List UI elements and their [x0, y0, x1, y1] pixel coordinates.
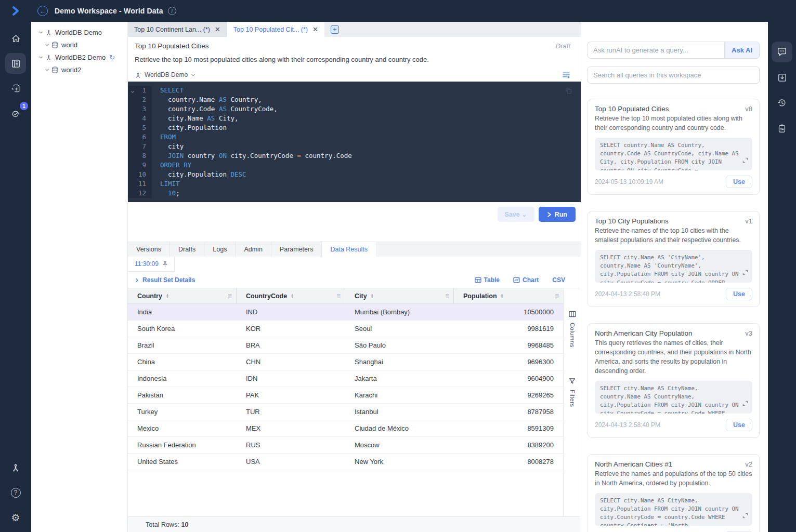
column-menu-icon[interactable]: ≡ — [336, 292, 341, 300]
view-chart-button[interactable]: Chart — [513, 276, 539, 284]
run-button[interactable]: Run — [539, 207, 576, 222]
table-row[interactable]: MexicoMEXCiudad de México8591309 — [128, 420, 563, 437]
tree-item-world[interactable]: world — [31, 38, 127, 51]
table-cell: 9604900 — [454, 370, 563, 387]
format-query-icon[interactable] — [563, 72, 570, 78]
table-row[interactable]: IndonesiaIDNJakarta9604900 — [128, 370, 563, 387]
help-icon[interactable]: ? — [5, 482, 26, 503]
use-query-button[interactable]: Use — [726, 176, 752, 188]
query-card[interactable]: North American City Population v3 This q… — [588, 323, 760, 438]
tree-item-worlddb-demo[interactable]: WorldDB Demo — [31, 26, 127, 38]
queries-icon[interactable] — [5, 53, 26, 74]
sync-icon[interactable]: ↻ — [109, 54, 115, 61]
tree-item-worlddb2-demo[interactable]: WorldDB2 Demo ↻ — [31, 51, 127, 63]
expand-icon[interactable] — [742, 401, 748, 409]
column-header-population[interactable]: Population ▲▼ ≡ — [454, 288, 563, 303]
editor-code[interactable]: SELECT country.Name AS Country, country.… — [152, 86, 581, 198]
connection-selector[interactable]: WorldDB Demo — [135, 71, 195, 78]
ask-ai-button[interactable]: Ask AI — [724, 42, 760, 59]
download-csv-button[interactable]: CSV — [552, 276, 565, 284]
close-icon[interactable]: ✕ — [312, 25, 318, 33]
fold-chevron-icon[interactable] — [131, 87, 135, 97]
column-menu-icon[interactable]: ≡ — [445, 292, 449, 300]
connections-icon[interactable] — [5, 457, 26, 478]
table-cell: 10500000 — [454, 304, 563, 320]
pin-icon[interactable] — [162, 261, 168, 268]
query-card[interactable]: North American Cities #1 v2 Retrieve the… — [588, 454, 760, 532]
sort-icon[interactable]: ▲▼ — [371, 294, 374, 299]
result-tab-logs[interactable]: Logs — [204, 242, 236, 257]
use-query-button[interactable]: Use — [726, 288, 752, 300]
result-tab-admin[interactable]: Admin — [236, 242, 271, 257]
total-rows-label: Total Rows: — [146, 521, 179, 528]
table-row[interactable]: IndiaINDMumbai (Bombay)10500000 — [128, 304, 563, 321]
chevron-down-icon[interactable] — [45, 68, 49, 72]
query-card-list: Top 10 Populated Cities v8 Retrieve the … — [588, 99, 760, 532]
view-table-button[interactable]: Table — [475, 276, 500, 284]
sort-icon[interactable]: ▲▼ — [291, 294, 294, 299]
editor-tab[interactable]: Top 10 Populated Cit... (*) ✕ — [227, 22, 324, 37]
table-row[interactable]: South KoreaKORSeoul9981619 — [128, 321, 563, 337]
sql-editor[interactable]: 123456789101112 SELECT country.Name AS C… — [128, 82, 581, 202]
query-card[interactable]: Top 10 City Populations v1 Retrieve the … — [588, 211, 760, 307]
column-menu-icon[interactable]: ≡ — [555, 292, 559, 300]
sort-icon[interactable]: ▲▼ — [501, 294, 504, 299]
tree-item-world2[interactable]: world2 — [31, 63, 127, 76]
expand-icon[interactable] — [742, 270, 748, 278]
clipboard-icon[interactable] — [772, 118, 792, 139]
query-card[interactable]: Top 10 Populated Cities v8 Retrieve the … — [588, 99, 760, 195]
import-icon[interactable] — [772, 67, 792, 88]
chevron-down-icon[interactable] — [38, 30, 43, 35]
table-row[interactable]: PakistanPAKKarachi9269265 — [128, 387, 563, 404]
result-tab-data-results[interactable]: Data Results — [322, 242, 376, 257]
result-set-details-toggle[interactable]: Result Set Details — [135, 276, 195, 284]
settings-icon[interactable]: ⚙ — [5, 507, 26, 528]
sort-icon[interactable]: ▲▼ — [166, 294, 169, 299]
column-header-country[interactable]: Country ▲▼ ≡ — [128, 288, 237, 303]
new-tab-icon[interactable]: + — [331, 25, 339, 34]
comments-icon[interactable] — [772, 42, 792, 62]
side-tab-columns[interactable]: Columns — [569, 310, 576, 347]
table-cell: 9968485 — [454, 337, 563, 353]
chevron-down-icon[interactable] — [45, 43, 49, 47]
approvals-icon[interactable]: 1 — [5, 103, 26, 124]
use-query-button[interactable]: Use — [726, 419, 752, 431]
save-button[interactable]: Save ⌄ — [498, 207, 534, 222]
editor-tab[interactable]: Top 10 Continent Lan... (*) ✕ — [128, 22, 227, 37]
table-cell: São Paulo — [345, 337, 454, 353]
back-icon[interactable]: ← — [37, 6, 48, 16]
ask-ai-input[interactable] — [588, 42, 724, 59]
line-number: 10 — [128, 170, 146, 179]
table-cell: Pakistan — [128, 387, 237, 403]
column-header-countrycode[interactable]: CountryCode ▲▼ ≡ — [237, 288, 345, 303]
history-icon[interactable] — [772, 92, 792, 113]
expand-icon[interactable] — [742, 513, 748, 521]
app-logo[interactable] — [0, 6, 31, 16]
column-header-city[interactable]: City ▲▼ ≡ — [345, 288, 454, 303]
search-queries-input[interactable] — [588, 66, 760, 84]
chevron-down-icon[interactable] — [38, 55, 43, 60]
table-row[interactable]: United StatesUSANew York8008278 — [128, 454, 563, 470]
table-icon — [475, 277, 481, 283]
info-icon[interactable]: i — [168, 7, 176, 15]
result-tab-drafts[interactable]: Drafts — [170, 242, 204, 257]
column-menu-icon[interactable]: ≡ — [228, 292, 232, 300]
result-tab-versions[interactable]: Versions — [128, 242, 170, 257]
table-row[interactable]: Russian FederationRUSMoscow8389200 — [128, 437, 563, 454]
close-icon[interactable]: ✕ — [215, 25, 220, 33]
table-row[interactable]: BrazilBRASão Paulo9968485 — [128, 337, 563, 354]
line-number: 12 — [128, 189, 146, 198]
table-cell: Jakarta — [345, 370, 454, 387]
table-row[interactable]: TurkeyTURIstanbul8787958 — [128, 404, 563, 420]
result-timestamp-tab[interactable]: 11:30:09 — [128, 257, 175, 272]
main-panel: Top 10 Continent Lan... (*) ✕ Top 10 Pop… — [128, 22, 581, 532]
side-tab-filters[interactable]: Filters — [569, 377, 576, 407]
copy-icon[interactable] — [565, 87, 572, 97]
side-tab-label: Columns — [569, 323, 576, 347]
home-icon[interactable] — [5, 28, 26, 49]
table-cell: Ciudad de México — [345, 420, 454, 436]
result-tab-parameters[interactable]: Parameters — [271, 242, 322, 257]
table-row[interactable]: ChinaCHNShanghai9696300 — [128, 354, 563, 370]
expand-icon[interactable] — [742, 157, 748, 166]
new-query-icon[interactable] — [5, 78, 26, 99]
